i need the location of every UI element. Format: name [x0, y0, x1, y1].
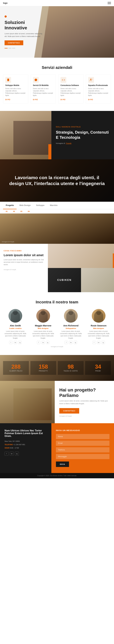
- stat-card-1: 158 PROGETTI: [30, 361, 56, 375]
- team-title: Incontra il nostro team: [3, 300, 111, 304]
- servizio-desc-3: Donec sed odio ut arcu vulputate ultrice…: [88, 88, 109, 96]
- servizi-section: Servizi aziendali Sviluppo Mobile Donec …: [0, 58, 114, 111]
- team-avatar-ann: [64, 309, 78, 322]
- cosa-bottom: CUBIKEN: [48, 268, 114, 292]
- footer-form-title: INVIA UN MESSAGGIO: [56, 429, 109, 432]
- team-social-fb-maggio[interactable]: f: [37, 341, 40, 344]
- footer-input-telefono[interactable]: [56, 447, 109, 452]
- agency-orange-bar: [48, 144, 51, 159]
- hero-dot-2[interactable]: [8, 48, 11, 48]
- cosa-title: Lorem ipsum dolor sit amet: [4, 253, 44, 257]
- stat-card-3: 34 PREMI: [85, 361, 111, 375]
- team-social-tw-maggio[interactable]: tw: [41, 341, 45, 344]
- project-image: [0, 381, 55, 423]
- tab-progetto[interactable]: Progetto: [3, 202, 17, 209]
- hero-content: Soluzioni Innovative Lorem ipsum dolor s…: [0, 10, 49, 54]
- hero-nav-dots: [5, 48, 44, 48]
- cubiken-block: CUBIKEN: [48, 268, 81, 292]
- team-social-tw-ann[interactable]: tw: [69, 341, 73, 344]
- avatar-silhouette: [11, 311, 20, 322]
- project-img-inner: [13, 388, 52, 420]
- footer-submit-button[interactable]: INVIA: [56, 462, 69, 467]
- team-social-ig-rosie[interactable]: ig: [101, 341, 105, 344]
- footer-social-tw[interactable]: tw: [10, 452, 14, 456]
- team-section: Incontra il nostro team Alex Smith Leade…: [0, 292, 114, 355]
- team-avatar-maggio: [36, 309, 50, 322]
- team-social-tw-alex[interactable]: tw: [14, 341, 17, 344]
- hero-dot-1[interactable]: [5, 48, 8, 48]
- team-social-tw-rosie[interactable]: tw: [97, 341, 100, 344]
- tabs-section: Progetto Web Design Sviluppo Marchio 01 …: [0, 202, 114, 244]
- agency-content: SULL'AGENZIA DIGITALE Strategia, Design,…: [51, 111, 114, 159]
- team-desc-rosie: Lorem ipsum dolor sit amet, consectetur …: [86, 330, 111, 339]
- footer-input-messaggio[interactable]: [56, 454, 109, 459]
- team-social-ig-maggio[interactable]: ig: [46, 341, 49, 344]
- tabs-image: Immagine di Freepik: [0, 214, 114, 244]
- servizio-desc-1: Donec sed odio ut arcu vulputate ultrice…: [33, 88, 54, 96]
- team-desc-alex: Lorem ipsum dolor sit amet, consectetur …: [3, 330, 28, 339]
- team-social-fb-alex[interactable]: f: [9, 341, 13, 344]
- team-avatar-alex: [9, 309, 22, 322]
- agency-label: SULL'AGENZIA DIGITALE: [56, 126, 109, 128]
- servizio-link-0[interactable]: DI PIÙ: [5, 99, 10, 100]
- agency-link-prefix: Immagine di: [56, 142, 65, 144]
- hero-section: Soluzioni Innovative Lorem ipsum dolor s…: [0, 6, 114, 58]
- team-grid: Alex Smith Leader creativo Lorem ipsum d…: [3, 309, 111, 344]
- hero-image: [40, 6, 114, 58]
- avatar-silhouette: [66, 311, 75, 322]
- team-card-alex: Alex Smith Leader creativo Lorem ipsum d…: [3, 309, 28, 344]
- project-content: Hai un progetto? Parliamo Lorem ipsum do…: [55, 381, 114, 423]
- stat-label-0: CLIENTI FELICI: [5, 370, 27, 372]
- stat-card-0: 288 CLIENTI FELICI: [3, 361, 29, 375]
- hero-dot-3[interactable]: [12, 48, 15, 48]
- servizio-card-3: Squadra Professionale Donec sed odio ut …: [86, 74, 111, 103]
- footer-input-email[interactable]: [56, 441, 109, 446]
- footer-hours-label: Orari: [5, 447, 10, 449]
- team-socials-alex: f tw ig: [3, 341, 28, 344]
- tab-webdesign[interactable]: Web Design: [17, 202, 33, 209]
- hero-title: Soluzioni Innovative: [5, 20, 44, 30]
- agency-link-name[interactable]: Freepik: [66, 142, 72, 144]
- servizio-desc-0: Donec sed odio ut arcu vulputate ultrice…: [5, 88, 26, 96]
- tab-marchio[interactable]: Marchio: [47, 202, 60, 209]
- stat-label-3: PREMI: [87, 370, 109, 372]
- servizio-link-2[interactable]: DI PIÙ: [61, 99, 65, 100]
- stats-grid: 288 CLIENTI FELICI 158 PROGETTI 98 TAZZE…: [3, 361, 111, 375]
- hero-accent-dot: [5, 16, 7, 18]
- footer-phone-row: Telefono +1 234-567-891: [5, 443, 47, 446]
- stat-number-3: 34: [87, 364, 109, 370]
- footer-social-ig[interactable]: ig: [15, 452, 19, 456]
- agency-image: [0, 111, 51, 159]
- servizi-grid: Sviluppo Mobile Donec sed odio ut arcu v…: [3, 74, 111, 103]
- team-social-ig-ann[interactable]: ig: [74, 341, 77, 344]
- hero-cta-button[interactable]: CONTATTACI: [5, 40, 23, 45]
- hero2-title: Lavoriamo con la ricerca degli utenti, i…: [9, 174, 105, 186]
- team-social-ig-alex[interactable]: ig: [18, 341, 22, 344]
- tab-number-1: 02: [10, 209, 18, 214]
- servizio-link-3[interactable]: DI PIÙ: [88, 99, 93, 100]
- servizio-desc-2: Donec sed odio ut arcu vulputate ultrice…: [61, 88, 81, 96]
- footer-hours: 9:00 - 17:00: [10, 447, 19, 449]
- orange-bar: [113, 254, 114, 268]
- tab-number-2: 03: [18, 209, 25, 214]
- project-description: Lorem ipsum dolor sit amet, consectetur …: [59, 400, 109, 405]
- footer-social-fb[interactable]: f: [5, 452, 9, 456]
- project-cta-button[interactable]: CONTATTACI: [59, 408, 79, 414]
- agency-section: SULL'AGENZIA DIGITALE Strategia, Design,…: [0, 111, 114, 159]
- team-social-fb-rosie[interactable]: f: [92, 341, 96, 344]
- hamburger-button[interactable]: [108, 2, 111, 4]
- team-desc-maggio: Lorem ipsum dolor sit amet, consectetur …: [31, 330, 56, 339]
- footer-input-nome[interactable]: [56, 434, 109, 439]
- footer-bottom: Copyright © 2023. Con Amore di Anni. Tut…: [0, 473, 114, 478]
- globe-icon: [33, 77, 39, 83]
- cosa-description: Lorem ipsum dolor sit amet, consectetur …: [4, 258, 44, 266]
- cosa-left: COSA FACCIAMO Lorem ipsum dolor sit amet…: [0, 244, 48, 292]
- servizio-link-1[interactable]: DI PIÙ: [33, 99, 38, 100]
- mobile-icon: [5, 77, 11, 83]
- servizio-card-0: Sviluppo Mobile Donec sed odio ut arcu v…: [3, 74, 28, 103]
- team-social-fb-ann[interactable]: f: [65, 341, 68, 344]
- footer-city: New York, NY 10001: [5, 440, 47, 443]
- servizio-title-0: Sviluppo Mobile: [5, 84, 26, 86]
- tab-sviluppo[interactable]: Sviluppo: [33, 202, 47, 209]
- svg-point-5: [90, 79, 91, 80]
